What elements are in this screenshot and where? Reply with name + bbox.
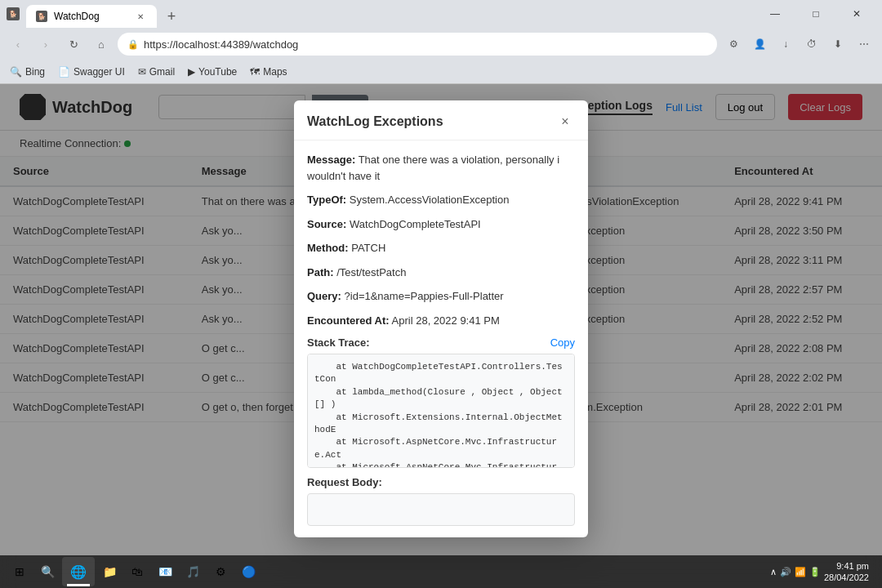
taskbar-store-icon[interactable]: 🛍: [124, 559, 150, 585]
stack-trace-section: Stack Trace: Copy at WatchDogCompleteTes…: [307, 336, 575, 468]
app4-icon: 🔵: [242, 565, 256, 578]
browser-titlebar: 🐕 🐕 WatchDog ✕ + — □ ✕: [0, 0, 882, 28]
store-icon: 🛍: [131, 565, 143, 578]
modal-typeof-field: TypeOf: System.AccessViolationException: [307, 192, 575, 208]
tray-chevron[interactable]: ∧: [770, 567, 777, 577]
query-label: Query:: [307, 290, 341, 302]
bookmark-gmail[interactable]: ✉ Gmail: [138, 66, 175, 78]
downloads-button[interactable]: ⬇: [826, 33, 849, 56]
taskbar-search-button[interactable]: 🔍: [34, 559, 60, 585]
browser-tabs: 🐕 WatchDog ✕ +: [26, 0, 183, 28]
source-label: Source:: [307, 218, 346, 230]
tray-network[interactable]: 📶: [795, 567, 806, 577]
page-content: WatchDog Search Request Logs Exception L…: [0, 84, 882, 588]
clock-date: 28/04/2022: [824, 572, 869, 583]
browser-chrome: 🐕 🐕 WatchDog ✕ + — □ ✕ ‹ › ↻ ⌂: [0, 0, 882, 84]
bookmark-swagger-label: Swagger UI: [74, 66, 125, 78]
modal-path-field: Path: /Test/testPatch: [307, 265, 575, 281]
message-label: Message:: [307, 154, 355, 166]
swagger-icon: 📄: [58, 66, 70, 78]
copy-button[interactable]: Copy: [550, 336, 575, 349]
modal-title: WatchLog Exceptions: [307, 114, 443, 129]
tab-title: WatchDog: [54, 11, 100, 22]
toolbar-actions: ⚙ 👤 ↓ ⏱ ⬇ ⋯: [722, 33, 875, 56]
active-tab[interactable]: 🐕 WatchDog ✕: [26, 5, 157, 28]
modal-method-field: Method: PATCH: [307, 240, 575, 256]
bookmark-youtube-label: YouTube: [198, 66, 237, 78]
forward-button[interactable]: ›: [34, 33, 57, 56]
extensions-button[interactable]: ⚙: [722, 33, 745, 56]
method-label: Method:: [307, 242, 349, 254]
menu-button[interactable]: ⋯: [853, 33, 875, 56]
address-bar[interactable]: 🔒 https://localhost:44389/watchdog: [118, 33, 717, 56]
app1-icon: 📧: [158, 565, 172, 578]
bookmark-maps-label: Maps: [263, 66, 287, 78]
stack-trace-content: at WatchDogCompleteTestAPI.Controllers.T…: [307, 354, 575, 468]
taskbar-app4-icon[interactable]: 🔵: [235, 559, 261, 585]
tab-favicon: 🐕: [36, 11, 47, 22]
browser-app-icon: 🌐: [70, 564, 87, 580]
tray-clock: 9:41 pm 28/04/2022: [824, 560, 869, 584]
exception-modal: WatchLog Exceptions × Message: That one …: [294, 100, 588, 537]
tray-volume[interactable]: 🔊: [780, 567, 791, 577]
taskbar-app3-icon[interactable]: ⚙: [207, 559, 234, 585]
taskbar: ⊞ 🔍 🌐 📁 🛍 📧 🎵 ⚙ 🔵 ∧ 🔊 📶: [0, 555, 882, 588]
clock-time: 9:41 pm: [824, 560, 869, 572]
app2-icon: 🎵: [186, 565, 200, 578]
taskbar-start-button[interactable]: ⊞: [7, 559, 33, 585]
home-button[interactable]: ⌂: [90, 33, 113, 56]
back-button[interactable]: ‹: [7, 33, 29, 56]
bookmark-bing[interactable]: 🔍 Bing: [10, 66, 45, 78]
maximize-button[interactable]: □: [797, 0, 835, 28]
browser-toolbar: ‹ › ↻ ⌂ 🔒 https://localhost:44389/watchd…: [0, 28, 882, 60]
close-button[interactable]: ✕: [838, 0, 875, 28]
youtube-icon: ▶: [188, 66, 195, 78]
bookmark-bing-label: Bing: [25, 66, 45, 78]
modal-header: WatchLog Exceptions ×: [294, 100, 588, 140]
update-button[interactable]: ↓: [774, 33, 797, 56]
reload-button[interactable]: ↻: [62, 33, 85, 56]
profile-button[interactable]: 👤: [748, 33, 771, 56]
typeof-label: TypeOf:: [307, 194, 346, 206]
method-value: PATCH: [351, 242, 385, 254]
bookmark-youtube[interactable]: ▶ YouTube: [188, 66, 237, 78]
modal-message-field: Message: That one there was a violation,…: [307, 152, 575, 184]
path-label: Path:: [307, 266, 334, 278]
active-app-indicator: [67, 584, 90, 586]
window-controls: — □ ✕: [756, 0, 875, 28]
tab-close-button[interactable]: ✕: [134, 10, 147, 23]
bookmarks-bar: 🔍 Bing 📄 Swagger UI ✉ Gmail ▶ YouTube 🗺 …: [0, 60, 882, 83]
taskbar-app2-icon[interactable]: 🎵: [180, 559, 206, 585]
request-body-section: Request Body:: [307, 476, 575, 526]
source-value: WatchDogCompleteTestAPI: [350, 218, 481, 230]
tray-battery[interactable]: 🔋: [809, 567, 821, 577]
taskbar-app1-icon[interactable]: 📧: [152, 559, 178, 585]
start-icon: ⊞: [15, 565, 24, 578]
browser-tab-icon: 🐕: [7, 7, 20, 20]
modal-encountered-field: Encountered At: April 28, 2022 9:41 PM: [307, 313, 575, 329]
request-body-content: [307, 493, 575, 526]
modal-body: Message: That one there was a violation,…: [294, 140, 588, 537]
taskbar-browser-app[interactable]: 🌐: [62, 557, 95, 586]
gmail-icon: ✉: [138, 66, 146, 78]
query-value: ?id=1&name=Pappies-Full-Platter: [345, 290, 504, 302]
files-icon: 📁: [103, 565, 117, 578]
history-button[interactable]: ⏱: [800, 33, 823, 56]
bing-icon: 🔍: [10, 66, 22, 78]
new-tab-button[interactable]: +: [160, 5, 183, 28]
encountered-value: April 28, 2022 9:41 PM: [392, 314, 500, 327]
bookmark-maps[interactable]: 🗺 Maps: [250, 66, 287, 78]
taskbar-files-icon[interactable]: 📁: [96, 559, 122, 585]
app3-icon: ⚙: [216, 565, 226, 578]
lock-icon: 🔒: [127, 39, 139, 50]
request-body-label: Request Body:: [307, 476, 575, 488]
search-icon: 🔍: [41, 565, 55, 578]
modal-overlay[interactable]: WatchLog Exceptions × Message: That one …: [0, 84, 882, 588]
maps-icon: 🗺: [250, 66, 260, 78]
typeof-value: System.AccessViolationException: [350, 194, 510, 206]
modal-query-field: Query: ?id=1&name=Pappies-Full-Platter: [307, 288, 575, 305]
minimize-button[interactable]: —: [756, 0, 794, 28]
bookmark-swagger[interactable]: 📄 Swagger UI: [58, 66, 125, 78]
modal-close-button[interactable]: ×: [555, 112, 575, 131]
taskbar-tray: ∧ 🔊 📶 🔋 9:41 pm 28/04/2022: [764, 560, 875, 584]
